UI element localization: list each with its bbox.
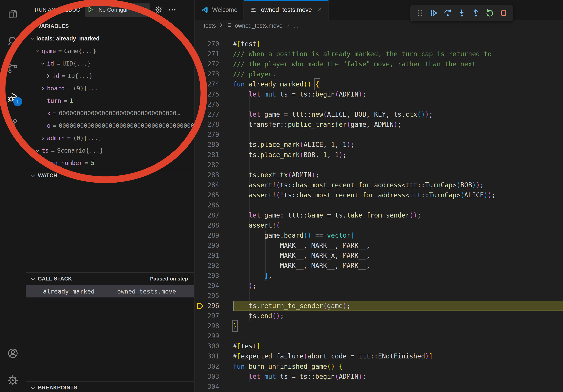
call-stack-section-header[interactable]: CALL STACK Paused on step (26, 272, 194, 285)
chevron-right-icon[interactable] (40, 135, 47, 141)
code-line-298[interactable]: 298} (195, 321, 563, 331)
code-line-281[interactable]: 281 ts.place_mark(BOB, 1, 1); (195, 150, 563, 160)
watch-section-header[interactable]: WATCH (26, 169, 194, 182)
code-line-285[interactable]: 285 assert!(!ts::has_most_recent_for_add… (195, 190, 563, 200)
code-line-291[interactable]: 291 MARK__, MARK_X, MARK__, (195, 250, 563, 261)
code-line-304[interactable]: 304 (195, 381, 563, 392)
code-text: /// the player who made the "false" move… (233, 59, 563, 69)
continue-button[interactable] (429, 8, 439, 18)
code-line-287[interactable]: 287 let game: ttt::Game = ts.take_from_s… (195, 210, 563, 220)
chevron-right-icon (285, 23, 290, 29)
account-button[interactable] (7, 347, 19, 360)
code-line-278[interactable]: 278 transfer::public_transfer(game, ADMI… (195, 119, 563, 130)
start-debug-play-icon[interactable] (85, 6, 96, 14)
tab-label: owned_tests.move (261, 6, 312, 13)
call-stack-frame-row[interactable]: already_marked owned_tests.move (26, 285, 194, 298)
line-number: 302 (205, 363, 219, 370)
code-line-271[interactable]: 271/// When a position is already marked… (195, 49, 563, 59)
debug-stackframe-icon[interactable] (195, 301, 205, 311)
restart-button[interactable] (485, 8, 495, 18)
chevron-down-icon[interactable] (35, 148, 42, 154)
code-line-295[interactable]: 295 (195, 291, 563, 301)
code-line-283[interactable]: 283 ts.next_tx(ADMIN); (195, 170, 563, 180)
breadcrumb-item-tests[interactable]: tests (204, 23, 216, 29)
code-line-277[interactable]: 277 let game = ttt::new(ALICE, BOB, KEY,… (195, 109, 563, 119)
launch-config-dropdown[interactable]: No Configur (85, 3, 150, 17)
settings-gear-icon (7, 374, 19, 387)
code-line-292[interactable]: 292 MARK__, MARK__, MARK__, (195, 261, 563, 271)
breakpoints-section-header[interactable]: BREAKPOINTS (26, 381, 194, 392)
variable-row[interactable]: txn_number=5 (26, 157, 194, 169)
code-line-273[interactable]: 273/// player. (195, 69, 563, 79)
variables-section-header[interactable]: VARIABLES (26, 20, 194, 32)
code-line-284[interactable]: 284 assert!(ts::has_most_recent_for_addr… (195, 180, 563, 190)
chevron-down-icon[interactable] (29, 36, 36, 42)
chevron-right-icon[interactable] (40, 85, 47, 91)
variable-name: o (47, 122, 51, 129)
breadcrumb-item-file[interactable]: owned_tests.move (227, 22, 282, 30)
extensions-button[interactable] (7, 118, 19, 130)
variable-row[interactable]: board=(9)[...] (26, 82, 194, 94)
code-text: ts.return_to_sender(game); (233, 301, 563, 311)
code-text: let game = ttt::new(ALICE, BOB, KEY, ts.… (233, 109, 563, 119)
code-line-276[interactable]: 276 (195, 99, 563, 109)
code-line-289[interactable]: 289 game.board() == vector[ (195, 230, 563, 240)
variable-row[interactable]: turn=1 (26, 94, 194, 107)
stop-button[interactable] (499, 8, 508, 18)
line-number: 289 (205, 232, 219, 239)
explorer-button[interactable] (7, 7, 19, 20)
line-number: 295 (205, 292, 219, 300)
views-more-actions-button[interactable] (168, 5, 177, 14)
tab-owned-tests-move[interactable]: owned_tests.move (244, 0, 329, 20)
code-line-275[interactable]: 275 let mut ts = ts::begin(ADMIN); (195, 89, 563, 99)
step-into-button[interactable] (457, 8, 467, 18)
code-line-286[interactable]: 286 (195, 200, 563, 210)
code-line-272[interactable]: 272/// the player who made the "false" m… (195, 59, 563, 69)
chevron-right-icon[interactable] (45, 73, 52, 79)
code-line-302[interactable]: 302fun burn_unfinished_game() { (195, 361, 563, 371)
step-over-button[interactable] (443, 8, 452, 18)
step-out-button[interactable] (471, 8, 481, 18)
code-line-279[interactable]: 279 (195, 130, 563, 140)
run-debug-button[interactable]: 1 (7, 91, 19, 104)
drag-handle[interactable] (415, 8, 425, 18)
tab-welcome[interactable]: Welcome (195, 0, 244, 20)
close-icon[interactable] (317, 6, 322, 14)
code-line-303[interactable]: 303 let mut ts = ts::begin(ADMIN); (195, 371, 563, 381)
variable-row[interactable]: admin=(0)[...] (26, 132, 194, 144)
variable-row[interactable]: game=Game{...} (26, 45, 194, 57)
code-editor[interactable]: 270#[test]271/// When a position is alre… (195, 32, 563, 392)
code-line-282[interactable]: 282 (195, 160, 563, 170)
code-text: fun already_marked() { (233, 79, 563, 89)
settings-button[interactable] (7, 374, 19, 387)
code-line-297[interactable]: 297 ts.end(); (195, 311, 563, 321)
variable-row[interactable]: id=ID{...} (26, 70, 194, 82)
code-line-301[interactable]: 301#[expected_failure(abort_code = ttt::… (195, 351, 563, 361)
breadcrumb-item-symbol[interactable]: … (293, 23, 299, 29)
code-line-299[interactable]: 299 (195, 331, 563, 341)
equals-sign: = (51, 147, 55, 154)
debug-settings-gear-button[interactable] (154, 5, 163, 14)
call-stack-label: CALL STACK (38, 276, 72, 282)
code-line-296[interactable]: 296 ts.return_to_sender(game); (195, 301, 563, 311)
code-line-274[interactable]: 274fun already_marked() { (195, 79, 563, 89)
variable-row[interactable]: o=00000000000000000000000000000000000000… (26, 119, 194, 132)
line-number: 291 (205, 252, 219, 259)
variable-row[interactable]: locals: already_marked (26, 32, 194, 45)
code-line-280[interactable]: 280 ts.place_mark(ALICE, 1, 1); (195, 140, 563, 150)
code-text: MARK__, MARK__, MARK__, (233, 261, 563, 271)
variable-row[interactable]: x=000000000000000000000000000000000… (26, 107, 194, 119)
chevron-down-icon[interactable] (40, 61, 47, 66)
source-control-button[interactable] (7, 62, 19, 75)
search-button[interactable] (7, 35, 19, 48)
line-number: 276 (205, 101, 219, 108)
code-line-293[interactable]: 293 ], (195, 271, 563, 281)
variable-row[interactable]: ts=Scenario{...} (26, 144, 194, 157)
variable-row[interactable]: id=UID{...} (26, 57, 194, 70)
code-line-288[interactable]: 288 assert!( (195, 220, 563, 230)
chevron-down-icon[interactable] (35, 48, 42, 54)
code-line-290[interactable]: 290 MARK__, MARK__, MARK__, (195, 240, 563, 250)
code-line-270[interactable]: 270#[test] (195, 39, 563, 49)
code-line-300[interactable]: 300#[test] (195, 341, 563, 351)
code-line-294[interactable]: 294 ); (195, 281, 563, 291)
